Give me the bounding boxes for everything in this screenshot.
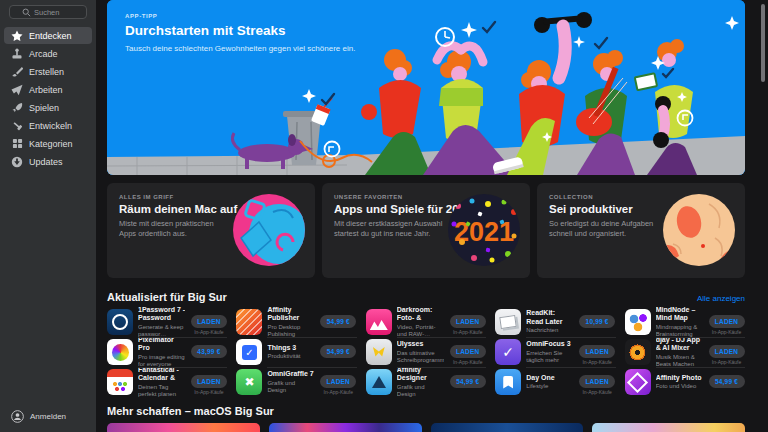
app-icon-pixelmator-pro <box>107 339 133 365</box>
story-card[interactable] <box>592 423 745 432</box>
section-header-bottom: Mehr schaffen – macOS Big Sur <box>107 405 745 417</box>
app-row-mindnode[interactable]: MindNode – Mind Map Mindmapping & Brains… <box>625 307 745 337</box>
app-icon-omnifocus <box>495 339 521 365</box>
iap-note: In-App-Käufe <box>579 359 616 365</box>
card-artwork <box>233 194 305 266</box>
price-button[interactable]: 43,99 € <box>191 345 227 358</box>
app-row-things3[interactable]: Things 3 Produktivität 54,99 € <box>236 337 356 367</box>
iap-note <box>579 329 616 335</box>
hero-banner-streaks[interactable]: APP-TIPP Durchstarten mit Streaks Tausch… <box>107 0 745 175</box>
get-button[interactable]: LADEN <box>320 375 356 388</box>
story-card[interactable] <box>269 423 422 432</box>
sidebar-item-erstellen[interactable]: Erstellen <box>4 63 92 80</box>
app-subtitle: Das ultimative Schreibprogramm <box>397 350 444 364</box>
hammer-icon <box>11 120 23 132</box>
app-icon-affinity-publisher <box>236 309 262 335</box>
price-button[interactable]: 54,99 € <box>450 375 486 388</box>
app-subtitle: Nachrichten <box>526 327 573 334</box>
app-name: Pixelmator Pro <box>138 336 185 353</box>
app-row-affinity-designer[interactable]: Affinity Designer Grafik und Design 54,9… <box>366 367 486 397</box>
price-button[interactable]: 10,99 € <box>579 315 615 328</box>
scrollbar-thumb[interactable] <box>761 4 765 82</box>
card-subtitle: Miste mit diesen praktischen Apps ordent… <box>119 219 231 239</box>
get-button[interactable]: LADEN <box>191 375 227 388</box>
card-artwork <box>663 194 735 266</box>
app-row-darkroom[interactable]: Darkroom: Foto- & Video-Editor Video, Po… <box>366 307 486 337</box>
app-row-fantastical[interactable]: Fantastical - Calendar & Tasks Deinen Ta… <box>107 367 227 397</box>
sidebar-nav: Entdecken Arcade Erstellen Arbeiten Spie… <box>0 27 96 170</box>
sidebar-item-arcade[interactable]: Arcade <box>4 45 92 62</box>
app-row-djay[interactable]: djay - DJ App & AI Mixer Musik Mixen & B… <box>625 337 745 367</box>
person-icon <box>11 410 24 423</box>
feature-card-clean-mac[interactable]: ALLES IM GRIFF Räum deinen Mac auf Miste… <box>107 183 315 278</box>
app-icon-1password <box>107 309 133 335</box>
app-grid: 1Password 7 - Password Manager Generate … <box>107 307 745 397</box>
story-card[interactable] <box>107 423 260 432</box>
search-icon <box>22 8 31 17</box>
price-button[interactable]: 54,99 € <box>709 375 745 388</box>
sidebar-item-entdecken[interactable]: Entdecken <box>4 27 92 44</box>
app-row-readkit[interactable]: ReadKit: Read Later and RSS Nachrichten … <box>495 307 615 337</box>
hero-eyebrow: APP-TIPP <box>125 13 360 19</box>
get-button[interactable]: LADEN <box>709 315 745 328</box>
sidebar-item-kategorien[interactable]: Kategorien <box>4 135 92 152</box>
app-subtitle: Pro Desktop Publishing <box>267 324 314 338</box>
section-header: Aktualisiert für Big Sur Alle anzeigen <box>107 291 745 303</box>
app-icon-darkroom <box>366 309 392 335</box>
get-button[interactable]: LADEN <box>191 315 227 328</box>
get-button[interactable]: LADEN <box>579 375 615 388</box>
get-button[interactable]: LADEN <box>450 315 486 328</box>
app-row-ulysses[interactable]: Ulysses Das ultimative Schreibprogramm L… <box>366 337 486 367</box>
card-artwork: 2021 <box>448 194 520 266</box>
app-row-affinity-photo[interactable]: Affinity Photo Foto und Video 54,99 € <box>625 367 745 397</box>
sidebar-item-updates[interactable]: Updates <box>4 153 92 170</box>
app-column: Affinity Publisher Pro Desktop Publishin… <box>236 307 356 397</box>
app-name: Affinity Designer <box>397 366 444 383</box>
iap-note: In-App-Käufe <box>579 389 616 395</box>
app-icon-djay <box>625 339 651 365</box>
app-row-affinity-publisher[interactable]: Affinity Publisher Pro Desktop Publishin… <box>236 307 356 337</box>
sidebar-item-arbeiten[interactable]: Arbeiten <box>4 81 92 98</box>
app-column: ReadKit: Read Later and RSS Nachrichten … <box>495 307 615 397</box>
app-icon-day-one <box>495 369 521 395</box>
iap-note: In-App-Käufe <box>190 389 227 395</box>
feature-card-productivity[interactable]: COLLECTION Sei produktiver So erledigst … <box>537 183 745 278</box>
search-input[interactable] <box>34 8 74 17</box>
get-button[interactable]: LADEN <box>450 345 486 358</box>
app-column: 1Password 7 - Password Manager Generate … <box>107 307 227 397</box>
app-name: Affinity Photo <box>656 374 703 382</box>
iap-note: In-App-Käufe <box>449 359 486 365</box>
app-row-omnigraffle[interactable]: OmniGraffle 7 Grafik und Design LADEN In… <box>236 367 356 397</box>
app-subtitle: Musik Mixen & Beats Machen <box>656 354 703 368</box>
app-row-dayone[interactable]: Day One Lifestyle LADEN In-App-Käufe <box>495 367 615 397</box>
app-icon-affinity-designer <box>366 369 392 395</box>
iap-note: In-App-Käufe <box>320 389 357 395</box>
iap-note <box>708 389 745 395</box>
app-name: 1Password 7 - Password Manager <box>138 306 185 323</box>
sidebar-item-entwickeln[interactable]: Entwickeln <box>4 117 92 134</box>
app-row-pixelmator[interactable]: Pixelmator Pro Pro image editing for eve… <box>107 337 227 367</box>
card-subtitle: Mit dieser erstklassigen Auswahl startes… <box>334 219 446 239</box>
app-row-omnifocus[interactable]: OmniFocus 3 Erreichen Sie täglich mehr L… <box>495 337 615 367</box>
sign-in-button[interactable]: Anmelden <box>11 410 66 423</box>
price-button[interactable]: 54,99 € <box>320 345 356 358</box>
iap-note: In-App-Käufe <box>708 359 745 365</box>
story-card[interactable] <box>431 423 584 432</box>
feature-card-2021-favorites[interactable]: UNSERE FAVORITEN Apps und Spiele für 202… <box>322 183 530 278</box>
get-button[interactable]: LADEN <box>709 345 745 358</box>
search-field[interactable] <box>9 5 87 19</box>
iap-note <box>449 389 486 395</box>
get-button[interactable]: LADEN <box>579 345 615 358</box>
price-button[interactable]: 54,99 € <box>320 315 356 328</box>
sidebar-item-spielen[interactable]: Spielen <box>4 99 92 116</box>
story-cards-row <box>107 423 745 432</box>
sidebar-item-label: Updates <box>29 157 63 167</box>
app-name: Darkroom: Foto- & Video-Editor <box>397 306 444 323</box>
app-icon-things3 <box>236 339 262 365</box>
app-row-1password[interactable]: 1Password 7 - Password Manager Generate … <box>107 307 227 337</box>
iap-note: In-App-Käufe <box>449 329 486 335</box>
app-name: Ulysses <box>397 340 444 348</box>
see-all-link[interactable]: Alle anzeigen <box>697 294 745 303</box>
app-name: Day One <box>526 374 573 382</box>
app-subtitle: Grafik und Design <box>397 384 444 398</box>
